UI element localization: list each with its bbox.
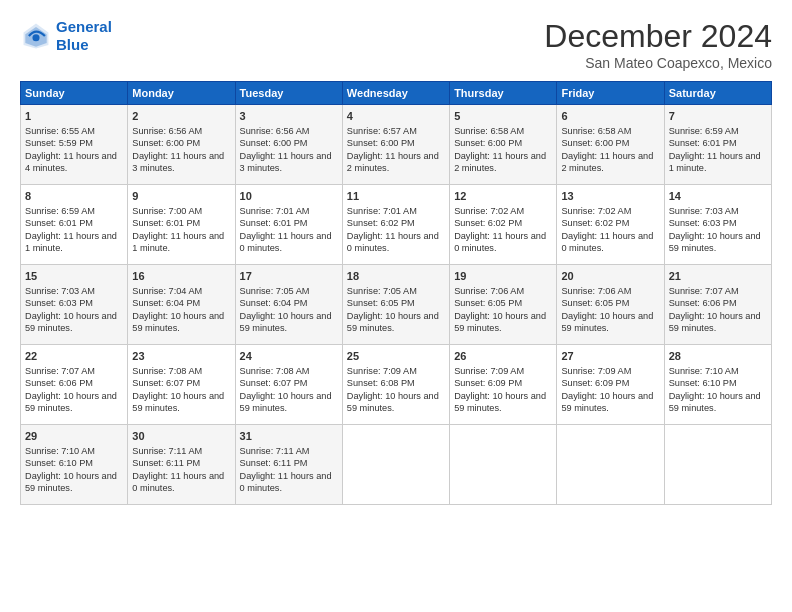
day-info: Sunrise: 7:05 AM Sunset: 6:04 PM Dayligh… <box>240 285 338 335</box>
title-block: December 2024 San Mateo Coapexco, Mexico <box>544 18 772 71</box>
day-info: Sunrise: 7:01 AM Sunset: 6:02 PM Dayligh… <box>347 205 445 255</box>
day-number: 24 <box>240 349 338 364</box>
day-cell: 8Sunrise: 6:59 AM Sunset: 6:01 PM Daylig… <box>21 185 128 265</box>
day-info: Sunrise: 7:06 AM Sunset: 6:05 PM Dayligh… <box>561 285 659 335</box>
day-number: 19 <box>454 269 552 284</box>
day-info: Sunrise: 6:55 AM Sunset: 5:59 PM Dayligh… <box>25 125 123 175</box>
day-info: Sunrise: 6:59 AM Sunset: 6:01 PM Dayligh… <box>25 205 123 255</box>
day-info: Sunrise: 7:10 AM Sunset: 6:10 PM Dayligh… <box>25 445 123 495</box>
day-info: Sunrise: 7:00 AM Sunset: 6:01 PM Dayligh… <box>132 205 230 255</box>
day-cell: 14Sunrise: 7:03 AM Sunset: 6:03 PM Dayli… <box>664 185 771 265</box>
col-header-tuesday: Tuesday <box>235 82 342 105</box>
day-info: Sunrise: 6:59 AM Sunset: 6:01 PM Dayligh… <box>669 125 767 175</box>
day-number: 7 <box>669 109 767 124</box>
day-info: Sunrise: 7:08 AM Sunset: 6:07 PM Dayligh… <box>240 365 338 415</box>
col-header-saturday: Saturday <box>664 82 771 105</box>
logo-text: General Blue <box>56 18 112 54</box>
day-info: Sunrise: 7:08 AM Sunset: 6:07 PM Dayligh… <box>132 365 230 415</box>
day-number: 30 <box>132 429 230 444</box>
day-number: 23 <box>132 349 230 364</box>
day-cell: 7Sunrise: 6:59 AM Sunset: 6:01 PM Daylig… <box>664 105 771 185</box>
day-cell <box>450 425 557 505</box>
day-cell: 13Sunrise: 7:02 AM Sunset: 6:02 PM Dayli… <box>557 185 664 265</box>
day-number: 9 <box>132 189 230 204</box>
col-header-sunday: Sunday <box>21 82 128 105</box>
day-cell: 20Sunrise: 7:06 AM Sunset: 6:05 PM Dayli… <box>557 265 664 345</box>
day-number: 14 <box>669 189 767 204</box>
day-cell: 23Sunrise: 7:08 AM Sunset: 6:07 PM Dayli… <box>128 345 235 425</box>
day-number: 3 <box>240 109 338 124</box>
day-info: Sunrise: 7:04 AM Sunset: 6:04 PM Dayligh… <box>132 285 230 335</box>
day-info: Sunrise: 7:11 AM Sunset: 6:11 PM Dayligh… <box>132 445 230 495</box>
day-info: Sunrise: 7:07 AM Sunset: 6:06 PM Dayligh… <box>669 285 767 335</box>
location-title: San Mateo Coapexco, Mexico <box>544 55 772 71</box>
day-info: Sunrise: 7:01 AM Sunset: 6:01 PM Dayligh… <box>240 205 338 255</box>
day-info: Sunrise: 6:58 AM Sunset: 6:00 PM Dayligh… <box>561 125 659 175</box>
day-cell: 26Sunrise: 7:09 AM Sunset: 6:09 PM Dayli… <box>450 345 557 425</box>
day-cell: 28Sunrise: 7:10 AM Sunset: 6:10 PM Dayli… <box>664 345 771 425</box>
day-cell: 19Sunrise: 7:06 AM Sunset: 6:05 PM Dayli… <box>450 265 557 345</box>
day-cell <box>342 425 449 505</box>
day-info: Sunrise: 7:11 AM Sunset: 6:11 PM Dayligh… <box>240 445 338 495</box>
day-cell: 3Sunrise: 6:56 AM Sunset: 6:00 PM Daylig… <box>235 105 342 185</box>
day-number: 16 <box>132 269 230 284</box>
day-info: Sunrise: 7:07 AM Sunset: 6:06 PM Dayligh… <box>25 365 123 415</box>
week-row-3: 15Sunrise: 7:03 AM Sunset: 6:03 PM Dayli… <box>21 265 772 345</box>
day-cell: 4Sunrise: 6:57 AM Sunset: 6:00 PM Daylig… <box>342 105 449 185</box>
day-cell: 21Sunrise: 7:07 AM Sunset: 6:06 PM Dayli… <box>664 265 771 345</box>
header: General Blue December 2024 San Mateo Coa… <box>20 18 772 71</box>
day-info: Sunrise: 6:56 AM Sunset: 6:00 PM Dayligh… <box>240 125 338 175</box>
day-cell <box>557 425 664 505</box>
day-number: 31 <box>240 429 338 444</box>
day-cell: 15Sunrise: 7:03 AM Sunset: 6:03 PM Dayli… <box>21 265 128 345</box>
day-cell: 9Sunrise: 7:00 AM Sunset: 6:01 PM Daylig… <box>128 185 235 265</box>
day-number: 13 <box>561 189 659 204</box>
day-number: 10 <box>240 189 338 204</box>
day-cell: 10Sunrise: 7:01 AM Sunset: 6:01 PM Dayli… <box>235 185 342 265</box>
header-row: SundayMondayTuesdayWednesdayThursdayFrid… <box>21 82 772 105</box>
day-cell: 1Sunrise: 6:55 AM Sunset: 5:59 PM Daylig… <box>21 105 128 185</box>
week-row-2: 8Sunrise: 6:59 AM Sunset: 6:01 PM Daylig… <box>21 185 772 265</box>
day-cell: 6Sunrise: 6:58 AM Sunset: 6:00 PM Daylig… <box>557 105 664 185</box>
day-info: Sunrise: 7:10 AM Sunset: 6:10 PM Dayligh… <box>669 365 767 415</box>
day-cell: 31Sunrise: 7:11 AM Sunset: 6:11 PM Dayli… <box>235 425 342 505</box>
day-cell: 2Sunrise: 6:56 AM Sunset: 6:00 PM Daylig… <box>128 105 235 185</box>
month-title: December 2024 <box>544 18 772 55</box>
day-number: 18 <box>347 269 445 284</box>
day-cell: 12Sunrise: 7:02 AM Sunset: 6:02 PM Dayli… <box>450 185 557 265</box>
day-number: 20 <box>561 269 659 284</box>
day-number: 28 <box>669 349 767 364</box>
logo-blue: Blue <box>56 36 89 53</box>
day-cell: 30Sunrise: 7:11 AM Sunset: 6:11 PM Dayli… <box>128 425 235 505</box>
day-info: Sunrise: 6:58 AM Sunset: 6:00 PM Dayligh… <box>454 125 552 175</box>
day-cell: 16Sunrise: 7:04 AM Sunset: 6:04 PM Dayli… <box>128 265 235 345</box>
day-cell: 11Sunrise: 7:01 AM Sunset: 6:02 PM Dayli… <box>342 185 449 265</box>
day-number: 11 <box>347 189 445 204</box>
day-number: 15 <box>25 269 123 284</box>
day-info: Sunrise: 7:03 AM Sunset: 6:03 PM Dayligh… <box>669 205 767 255</box>
day-cell: 22Sunrise: 7:07 AM Sunset: 6:06 PM Dayli… <box>21 345 128 425</box>
day-number: 8 <box>25 189 123 204</box>
week-row-5: 29Sunrise: 7:10 AM Sunset: 6:10 PM Dayli… <box>21 425 772 505</box>
day-number: 2 <box>132 109 230 124</box>
day-number: 25 <box>347 349 445 364</box>
day-number: 1 <box>25 109 123 124</box>
col-header-monday: Monday <box>128 82 235 105</box>
day-number: 6 <box>561 109 659 124</box>
day-cell: 25Sunrise: 7:09 AM Sunset: 6:08 PM Dayli… <box>342 345 449 425</box>
logo-icon <box>20 20 52 52</box>
day-number: 26 <box>454 349 552 364</box>
page: General Blue December 2024 San Mateo Coa… <box>0 0 792 515</box>
day-info: Sunrise: 7:02 AM Sunset: 6:02 PM Dayligh… <box>454 205 552 255</box>
svg-point-2 <box>32 34 39 41</box>
day-info: Sunrise: 6:56 AM Sunset: 6:00 PM Dayligh… <box>132 125 230 175</box>
day-number: 22 <box>25 349 123 364</box>
day-info: Sunrise: 7:06 AM Sunset: 6:05 PM Dayligh… <box>454 285 552 335</box>
week-row-4: 22Sunrise: 7:07 AM Sunset: 6:06 PM Dayli… <box>21 345 772 425</box>
day-number: 21 <box>669 269 767 284</box>
day-cell: 27Sunrise: 7:09 AM Sunset: 6:09 PM Dayli… <box>557 345 664 425</box>
day-cell: 18Sunrise: 7:05 AM Sunset: 6:05 PM Dayli… <box>342 265 449 345</box>
day-number: 27 <box>561 349 659 364</box>
day-cell: 5Sunrise: 6:58 AM Sunset: 6:00 PM Daylig… <box>450 105 557 185</box>
col-header-thursday: Thursday <box>450 82 557 105</box>
